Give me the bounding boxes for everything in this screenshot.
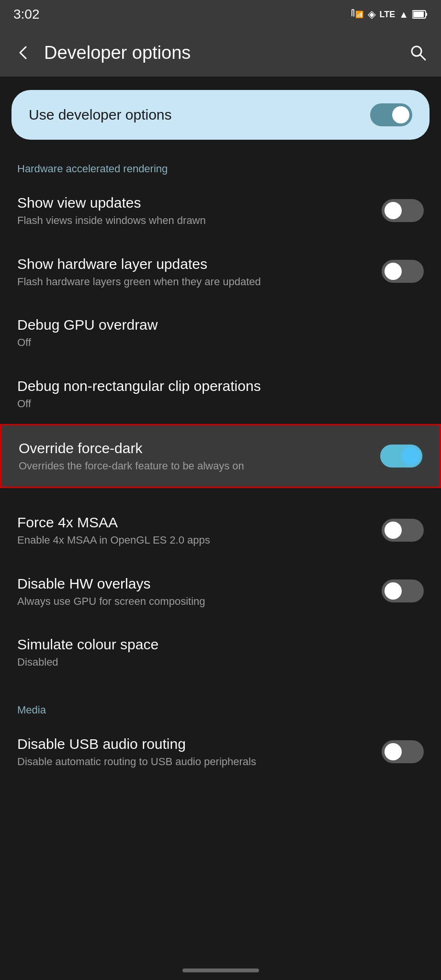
toggle-thumb	[392, 106, 409, 123]
force-4x-msaa-title: Force 4x MSAA	[17, 513, 372, 532]
disable-usb-audio-routing-title: Disable USB audio routing	[17, 735, 372, 753]
show-hardware-layer-updates-text: Show hardware layer updates Flash hardwa…	[17, 255, 382, 289]
debug-gpu-overdraw-value: Off	[17, 336, 414, 350]
app-bar: Developer options	[0, 29, 441, 77]
status-icons: 📶 ◈ LTE ▲	[351, 8, 428, 21]
simulate-colour-space-text: Simulate colour space Disabled	[17, 635, 424, 669]
show-view-updates-item[interactable]: Show view updates Flash views inside win…	[0, 180, 441, 241]
disable-usb-audio-routing-text: Disable USB audio routing Disable automa…	[17, 735, 382, 769]
signal-icon: ▲	[399, 9, 408, 20]
disable-usb-audio-routing-item[interactable]: Disable USB audio routing Disable automa…	[0, 721, 441, 782]
svg-text:📶: 📶	[355, 11, 364, 19]
debug-gpu-overdraw-title: Debug GPU overdraw	[17, 315, 414, 334]
override-force-dark-toggle[interactable]	[380, 445, 422, 468]
svg-rect-3	[426, 13, 427, 16]
search-button[interactable]	[407, 41, 430, 64]
show-view-updates-text: Show view updates Flash views inside win…	[17, 193, 382, 228]
disable-hw-overlays-subtitle: Always use GPU for screen compositing	[17, 595, 372, 609]
section-divider-2	[0, 683, 441, 694]
disable-hw-overlays-item[interactable]: Disable HW overlays Always use GPU for s…	[0, 561, 441, 622]
simulate-colour-space-value: Disabled	[17, 656, 414, 669]
show-hardware-layer-updates-title: Show hardware layer updates	[17, 255, 372, 273]
section-header-media: Media	[0, 694, 441, 721]
disable-usb-audio-routing-subtitle: Disable automatic routing to USB audio p…	[17, 755, 372, 769]
content-area: Use developer options Hardware accelerat…	[0, 90, 441, 801]
svg-line-5	[420, 55, 425, 60]
dev-options-toggle[interactable]	[370, 103, 412, 126]
force-4x-msaa-toggle[interactable]	[382, 519, 424, 542]
debug-clip-operations-text: Debug non-rectangular clip operations Of…	[17, 377, 424, 411]
battery-icon	[412, 10, 428, 19]
override-force-dark-text: Override force-dark Overrides the force-…	[19, 439, 380, 473]
debug-clip-operations-title: Debug non-rectangular clip operations	[17, 377, 414, 395]
debug-clip-operations-value: Off	[17, 397, 414, 411]
dev-options-label: Use developer options	[29, 107, 172, 123]
show-view-updates-title: Show view updates	[17, 193, 372, 212]
page-title: Developer options	[44, 43, 397, 63]
debug-clip-operations-item[interactable]: Debug non-rectangular clip operations Of…	[0, 363, 441, 424]
override-force-dark-item[interactable]: Override force-dark Overrides the force-…	[0, 424, 441, 488]
show-hardware-layer-updates-item[interactable]: Show hardware layer updates Flash hardwa…	[0, 241, 441, 302]
svg-rect-2	[413, 11, 424, 17]
dev-options-card[interactable]: Use developer options	[11, 90, 430, 140]
section-header-hardware: Hardware accelerated rendering	[0, 153, 441, 180]
show-hardware-layer-updates-subtitle: Flash hardware layers green when they ar…	[17, 275, 372, 289]
bottom-nav-indicator	[182, 969, 259, 972]
force-4x-msaa-text: Force 4x MSAA Enable 4x MSAA in OpenGL E…	[17, 513, 382, 547]
show-view-updates-toggle[interactable]	[382, 199, 424, 222]
force-4x-msaa-subtitle: Enable 4x MSAA in OpenGL ES 2.0 apps	[17, 534, 372, 547]
debug-gpu-overdraw-text: Debug GPU overdraw Off	[17, 315, 424, 350]
lte-badge: LTE	[380, 10, 396, 20]
debug-gpu-overdraw-item[interactable]: Debug GPU overdraw Off	[0, 302, 441, 363]
disable-hw-overlays-text: Disable HW overlays Always use GPU for s…	[17, 574, 382, 609]
show-hardware-layer-updates-toggle[interactable]	[382, 260, 424, 283]
override-force-dark-title: Override force-dark	[19, 439, 371, 457]
section-divider-1	[0, 488, 441, 500]
disable-usb-audio-routing-toggle[interactable]	[382, 740, 424, 763]
simulate-colour-space-title: Simulate colour space	[17, 635, 414, 654]
phone-wifi-icon: 📶	[351, 9, 364, 20]
disable-hw-overlays-toggle[interactable]	[382, 579, 424, 602]
status-time: 3:02	[13, 7, 40, 22]
status-bar: 3:02 📶 ◈ LTE ▲	[0, 0, 441, 29]
disable-hw-overlays-title: Disable HW overlays	[17, 574, 372, 593]
force-4x-msaa-item[interactable]: Force 4x MSAA Enable 4x MSAA in OpenGL E…	[0, 500, 441, 561]
back-button[interactable]	[11, 41, 34, 64]
wifi-icon: ◈	[368, 8, 376, 21]
show-view-updates-subtitle: Flash views inside windows when drawn	[17, 214, 372, 228]
override-force-dark-subtitle: Overrides the force-dark feature to be a…	[19, 459, 371, 473]
simulate-colour-space-item[interactable]: Simulate colour space Disabled	[0, 622, 441, 683]
